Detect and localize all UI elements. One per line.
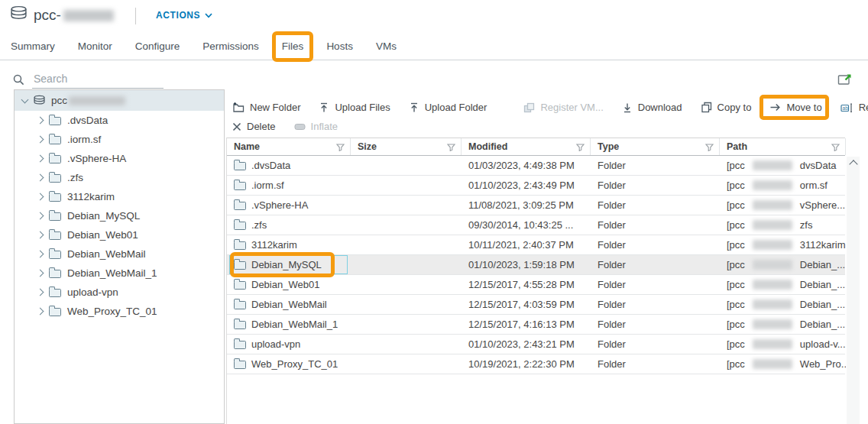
tree-item-upload-vpn[interactable]: upload-vpn	[15, 283, 224, 302]
table-header: Name Size Modified Type	[227, 138, 845, 156]
table-row-selected[interactable]: Debian_MySQL 01/10/2023, 1:59:18 PM Fold…	[227, 255, 845, 275]
file-size	[351, 315, 462, 334]
file-size	[351, 235, 462, 254]
file-name: upload-vpn	[251, 338, 300, 350]
folder-icon	[49, 174, 61, 183]
file-path: [pccorm.sf	[720, 176, 846, 195]
chevron-right-icon[interactable]	[37, 308, 44, 316]
table-row[interactable]: 3112karim 10/11/2021, 2:40:37 PM Folder …	[227, 235, 845, 255]
file-name: .zfs	[251, 219, 267, 231]
table-row[interactable]: .vSphere-HA 11/08/2021, 3:09:25 PM Folde…	[227, 196, 845, 215]
tree-item-iorm-sf[interactable]: .iorm.sf	[15, 130, 224, 149]
chevron-right-icon[interactable]	[37, 155, 44, 163]
tab-monitor[interactable]: Monitor	[78, 40, 112, 53]
table-row[interactable]: Debian_Web01 12/15/2017, 4:55:28 PM Fold…	[227, 275, 845, 295]
tab-vms[interactable]: VMs	[376, 40, 397, 53]
upload-folder-button[interactable]: Upload Folder	[409, 102, 487, 113]
datastore-icon	[9, 5, 28, 23]
tab-configure[interactable]: Configure	[135, 40, 180, 53]
datastore-tree-panel: pcc .dvsData .iorm.sf .vSphere-HA .zfs 3…	[14, 89, 225, 424]
column-header-type[interactable]: Type	[591, 138, 720, 155]
redacted-text	[753, 339, 792, 349]
redacted-text	[753, 220, 792, 230]
filter-icon[interactable]	[447, 144, 455, 151]
tree-root-datastore[interactable]: pcc	[15, 90, 224, 111]
tree-item-web-proxy-tc-01[interactable]: Web_Proxy_TC_01	[15, 302, 224, 321]
scroll-up-icon[interactable]	[849, 160, 857, 168]
copy-to-button[interactable]: Copy to	[701, 102, 752, 113]
tree-item-debian-webmail[interactable]: Debian_WebMail	[15, 244, 224, 264]
file-path: [pccDebian_...	[720, 295, 846, 314]
table-row[interactable]: Web_Proxy_TC_01 10/19/2021, 2:22:30 PM F…	[227, 354, 845, 374]
delete-button[interactable]: Delete	[232, 121, 276, 132]
chevron-right-icon[interactable]	[37, 174, 44, 182]
tree-item-zfs[interactable]: .zfs	[15, 168, 224, 187]
search-input[interactable]	[32, 70, 164, 89]
chevron-down-icon[interactable]	[21, 95, 29, 103]
redacted-text	[753, 240, 792, 250]
redacted-text	[753, 280, 792, 290]
chevron-right-icon[interactable]	[37, 251, 44, 258]
table-row[interactable]: .zfs 09/30/2014, 10:43:25 ... Folder [pc…	[227, 215, 845, 235]
table-row[interactable]: Debian_WebMail_1 12/15/2017, 4:16:13 PM …	[227, 315, 845, 335]
new-folder-icon	[232, 102, 245, 113]
table-row[interactable]: Debian_WebMail 12/15/2017, 4:03:59 PM Fo…	[227, 295, 845, 315]
file-path: [pccupload-v...	[720, 335, 846, 354]
tab-files[interactable]: Files	[282, 40, 304, 53]
file-path: [pcc3112karim	[720, 235, 846, 254]
tree-item-3112karim[interactable]: 3112karim	[15, 187, 224, 206]
filter-icon[interactable]	[576, 144, 585, 151]
tree-item-debian-webmail-1[interactable]: Debian_WebMail_1	[15, 264, 224, 283]
file-modified: 11/08/2021, 3:09:25 PM	[462, 196, 591, 215]
chevron-right-icon[interactable]	[37, 231, 44, 239]
register-vm-icon	[523, 102, 535, 113]
chevron-right-icon[interactable]	[37, 193, 44, 201]
table-row[interactable]: upload-vpn 01/10/2023, 2:43:21 PM Folder…	[227, 335, 845, 354]
filter-icon[interactable]	[336, 144, 345, 151]
folder-icon	[234, 202, 246, 210]
column-header-size[interactable]: Size	[351, 138, 462, 155]
inflate-button[interactable]: Inflate	[294, 121, 338, 132]
file-path: [pccDebian_...	[720, 315, 846, 334]
tab-permissions[interactable]: Permissions	[202, 40, 259, 53]
new-folder-button[interactable]: New Folder	[232, 102, 300, 113]
tree-item-dvsdata[interactable]: .dvsData	[15, 111, 224, 130]
file-path: [pccDebian_...	[720, 275, 846, 294]
upload-files-button[interactable]: Upload Files	[319, 102, 390, 113]
folder-icon	[49, 155, 61, 163]
register-vm-button[interactable]: Register VM...	[523, 102, 603, 113]
tree-item-debian-web01[interactable]: Debian_Web01	[15, 225, 224, 244]
chevron-right-icon[interactable]	[37, 212, 44, 220]
file-table: Name Size Modified Type	[226, 138, 845, 424]
folder-icon	[49, 289, 61, 297]
move-to-button[interactable]: Move to	[769, 102, 821, 113]
rename-to-button[interactable]: ab Rename to	[840, 102, 868, 113]
divider	[135, 8, 136, 24]
file-name: Debian_WebMail_1	[251, 319, 338, 330]
download-button[interactable]: Download	[622, 102, 682, 113]
tree-item-vsphere-ha[interactable]: .vSphere-HA	[15, 149, 224, 168]
redacted-text	[753, 200, 792, 210]
column-header-name[interactable]: Name	[227, 138, 351, 155]
tab-summary[interactable]: Summary	[11, 40, 55, 53]
filter-icon[interactable]	[705, 144, 714, 151]
chevron-right-icon[interactable]	[37, 136, 44, 144]
chevron-right-icon[interactable]	[37, 270, 44, 277]
tab-hosts[interactable]: Hosts	[326, 40, 353, 53]
filter-icon[interactable]	[831, 144, 840, 151]
column-header-path[interactable]: Path	[720, 138, 846, 155]
file-modified: 01/03/2023, 4:49:38 PM	[462, 156, 591, 175]
chevron-right-icon[interactable]	[37, 117, 44, 125]
tree-item-debian-mysql[interactable]: Debian_MySQL	[15, 206, 224, 225]
chevron-right-icon[interactable]	[37, 289, 44, 296]
file-size	[351, 255, 462, 274]
file-path: [pccdvsData	[720, 156, 846, 175]
page-title-prefix: pcc-	[34, 7, 61, 23]
folder-icon	[234, 182, 246, 190]
open-in-new-window-icon[interactable]	[837, 73, 853, 87]
actions-menu-button[interactable]: ACTIONS	[156, 10, 212, 21]
table-row[interactable]: .dvsData 01/03/2023, 4:49:38 PM Folder […	[227, 156, 845, 176]
vertical-scrollbar[interactable]	[847, 157, 860, 424]
table-row[interactable]: .iorm.sf 01/10/2023, 2:43:49 PM Folder […	[227, 176, 845, 196]
column-header-modified[interactable]: Modified	[462, 138, 591, 155]
